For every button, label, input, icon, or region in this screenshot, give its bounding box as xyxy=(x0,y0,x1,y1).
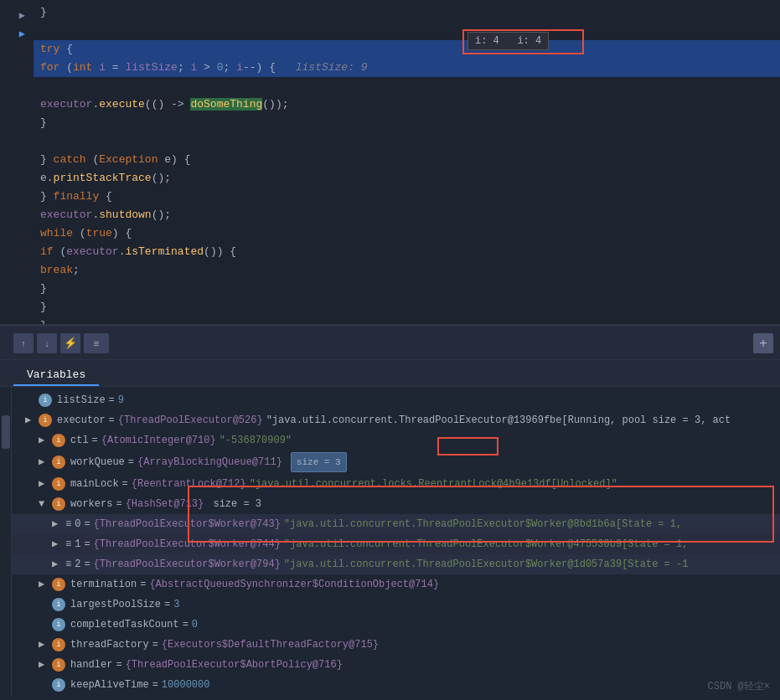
var-value: 0 xyxy=(192,616,198,633)
var-value: "java.util.concurrent.locks.ReentrantLoc… xyxy=(250,476,617,492)
variable-row[interactable]: i completedTaskCount = 0 xyxy=(12,615,780,635)
list-icon: ≡ xyxy=(65,516,71,533)
var-value: "java.util.concurrent.ThreadPoolExecutor… xyxy=(284,556,688,573)
code-line: executor.shutdown(); xyxy=(34,206,780,224)
scroll-up-button[interactable]: ↑ xyxy=(13,333,34,353)
variable-row[interactable]: ▶ i ctl = {AtomicInteger@710} "-53687090… xyxy=(12,430,780,450)
field-icon: i xyxy=(52,618,65,631)
var-type: {AtomicInteger@710} xyxy=(101,432,216,449)
code-line xyxy=(34,77,780,95)
expand-icon[interactable]: ▶ xyxy=(39,656,52,673)
var-name: 0 xyxy=(75,516,80,533)
var-eq: = xyxy=(109,392,115,409)
field-icon: i xyxy=(52,678,65,692)
var-eq: = xyxy=(84,516,90,533)
var-name: workQueue xyxy=(70,454,125,471)
var-eq: = xyxy=(116,496,121,512)
var-eq: = xyxy=(92,432,98,449)
var-detail: size = 3 xyxy=(207,496,261,512)
code-line-for: for (int i = listSize; i > 0; i--) { lis… xyxy=(34,59,780,77)
list-icon: ≡ xyxy=(65,556,71,573)
scroll-down-button[interactable]: ↓ xyxy=(37,333,57,353)
var-name: handler xyxy=(70,656,112,673)
add-button[interactable]: + xyxy=(753,333,773,353)
code-line: } xyxy=(34,114,780,132)
var-type: {ThreadPoolExecutor$Worker@743} xyxy=(94,516,281,533)
variable-row[interactable]: ▶ i executor = {ThreadPoolExecutor@526} … xyxy=(12,410,780,430)
code-line: e.printStackTrace(); xyxy=(34,169,780,188)
code-editor: ▶ ▶ } xyxy=(0,0,780,327)
var-name: listSize xyxy=(57,392,106,409)
var-type: {ThreadPoolExecutor@526} xyxy=(118,412,263,429)
var-type: {ThreadPoolExecutor$AbortPolicy@716} xyxy=(126,656,343,673)
var-type: {ThreadPoolExecutor$Worker@794} xyxy=(94,556,281,573)
variable-row-worker1[interactable]: ▶ ≡ 1 = {ThreadPoolExecutor$Worker@744} … xyxy=(12,534,780,554)
variable-row[interactable]: ▶ i workQueue = {ArrayBlockingQueue@711}… xyxy=(12,450,780,474)
variable-row[interactable]: ▶ i handler = {ThreadPoolExecutor$AbortP… xyxy=(12,655,780,675)
expand-icon[interactable]: ▶ xyxy=(52,516,65,533)
variable-row[interactable]: i listSize = 9 xyxy=(12,390,780,410)
variable-row-workers[interactable]: ▼ i workers = {HashSet@713} size = 3 xyxy=(12,494,780,514)
variable-row[interactable]: i keepAliveTime = 10000000 xyxy=(12,675,780,695)
var-eq: = xyxy=(122,476,128,492)
var-type: {AbstractQueuedSynchronizer$ConditionObj… xyxy=(149,576,439,593)
var-type: {ThreadPoolExecutor$Worker@744} xyxy=(94,536,281,553)
var-eq: = xyxy=(152,636,158,653)
var-name: mainLock xyxy=(70,476,119,492)
variable-row[interactable]: i allowCoreThreadTimeOut = false xyxy=(12,695,780,697)
debug-tooltip: i: 4 i: 4 xyxy=(467,32,549,50)
variable-row-worker0[interactable]: ▶ ≡ 0 = {ThreadPoolExecutor$Worker@743} … xyxy=(12,514,780,534)
variable-row[interactable]: ▶ i mainLock = {ReentrantLock@712} "java… xyxy=(12,474,780,494)
variable-row[interactable]: i largestPoolSize = 3 xyxy=(12,594,780,615)
variable-row[interactable]: ▶ i termination = {AbstractQueuedSynchro… xyxy=(12,574,780,594)
debug-toolbar: ↑ ↓ ⚡ ≡ + xyxy=(0,327,780,360)
collapse-icon[interactable]: ▼ xyxy=(39,496,52,512)
field-icon: i xyxy=(39,394,52,407)
field-icon: i xyxy=(52,497,65,511)
var-type: {ArrayBlockingQueue@711} xyxy=(137,454,282,471)
expand-icon[interactable]: ▶ xyxy=(25,412,39,429)
expand-icon[interactable]: ▶ xyxy=(39,576,52,593)
code-line: } xyxy=(34,298,780,317)
field-icon: i xyxy=(52,598,65,611)
var-type: {Executors$DefaultThreadFactory@715} xyxy=(162,636,379,653)
var-name: 1 xyxy=(75,536,80,553)
expand-icon[interactable]: ▶ xyxy=(39,476,52,492)
debug-tabs: Variables xyxy=(0,360,780,387)
var-eq: = xyxy=(128,454,134,471)
variables-panel[interactable]: i listSize = 9 ▶ i executor = {ThreadPoo… xyxy=(12,387,780,697)
variables-tab[interactable]: Variables xyxy=(13,365,99,386)
var-eq: = xyxy=(84,556,90,573)
code-line: break; xyxy=(34,261,780,280)
expand-icon[interactable]: ▶ xyxy=(52,556,65,573)
var-type: {ReentrantLock@712} xyxy=(132,476,246,492)
var-name: 2 xyxy=(75,556,80,573)
code-line: if (executor.isTerminated()) { xyxy=(34,243,780,261)
tooltip-text: i: 4 i: 4 xyxy=(475,35,541,47)
variable-row-worker2[interactable]: ▶ ≡ 2 = {ThreadPoolExecutor$Worker@794} … xyxy=(12,554,780,574)
field-icon: i xyxy=(52,477,65,491)
line-numbers: ▶ ▶ xyxy=(0,0,34,324)
var-value: "java.util.concurrent.ThreadPoolExecutor… xyxy=(284,516,682,533)
expand-icon[interactable]: ▶ xyxy=(39,454,52,471)
code-line: } xyxy=(34,280,780,298)
code-line: } finally { xyxy=(34,188,780,206)
variable-row[interactable]: ▶ i threadFactory = {Executors$DefaultTh… xyxy=(12,635,780,655)
var-name: termination xyxy=(70,576,137,593)
var-value: "-536870909" xyxy=(220,432,292,449)
code-line xyxy=(34,132,780,151)
expand-icon[interactable]: ▶ xyxy=(39,636,52,653)
var-detail: "java.util.concurrent.ThreadPoolExecutor… xyxy=(266,412,731,429)
var-eq: = xyxy=(84,536,90,553)
var-eq: = xyxy=(152,677,158,693)
var-name: workers xyxy=(70,496,112,512)
code-line: } catch (Exception e) { xyxy=(34,151,780,169)
field-icon: i xyxy=(52,578,65,591)
var-eq: = xyxy=(183,616,189,633)
filter-button[interactable]: ⚡ xyxy=(60,333,80,353)
settings-button[interactable]: ≡ xyxy=(84,333,109,353)
expand-icon[interactable]: ▶ xyxy=(39,432,52,449)
var-eq: = xyxy=(116,656,121,673)
expand-icon[interactable]: ▶ xyxy=(52,536,65,553)
var-type: {HashSet@713} xyxy=(126,496,204,512)
